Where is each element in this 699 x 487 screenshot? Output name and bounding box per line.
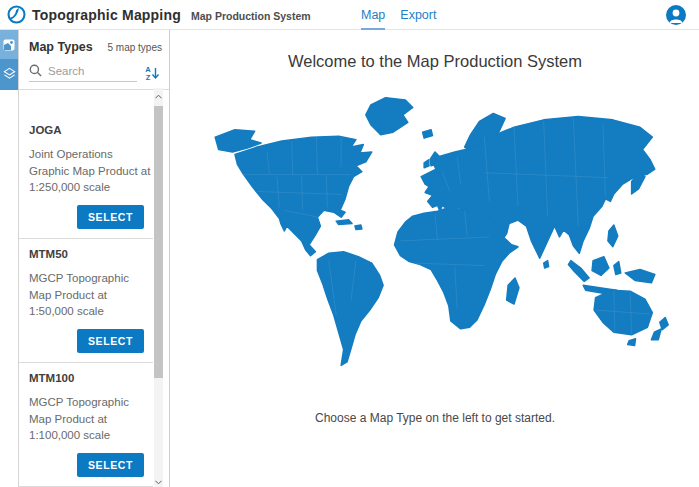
map-type-name: MTM50 (29, 248, 149, 260)
sort-az-icon[interactable]: A Z (145, 65, 161, 81)
panel-divider (19, 89, 169, 90)
list-item-joga: JOGA Joint Operations Graphic Map Produc… (19, 115, 153, 239)
map-type-description: MGCP Topographic Map Product at 1:100,00… (29, 394, 151, 444)
select-button-mtm50[interactable]: SELECT (77, 329, 144, 353)
scroll-down-arrow-icon[interactable] (154, 476, 163, 487)
search-icon (29, 64, 42, 77)
globe-logo-icon (7, 5, 26, 24)
list-item-mtm50: MTM50 MGCP Topographic Map Product at 1:… (19, 239, 153, 363)
list-scrollbar[interactable] (154, 88, 163, 487)
svg-text:Z: Z (146, 73, 151, 81)
list-item-mtm100: MTM100 MGCP Topographic Map Product at 1… (19, 363, 153, 487)
map-type-list: JOGA Joint Operations Graphic Map Produc… (19, 115, 153, 487)
page-subtitle: Map Production System (191, 8, 311, 22)
panel-title: Map Types (29, 40, 93, 54)
page-title: Topographic Mapping (32, 7, 181, 23)
tab-map[interactable]: Map (361, 0, 385, 30)
helper-text: Choose a Map Type on the left to get sta… (171, 411, 699, 425)
welcome-title: Welcome to the Map Production System (171, 52, 699, 71)
search-input[interactable] (48, 65, 132, 77)
scroll-up-arrow-icon[interactable] (154, 90, 163, 102)
user-avatar-icon[interactable] (666, 5, 686, 25)
select-button-mtm100[interactable]: SELECT (77, 453, 144, 477)
map-types-panel: Map Types 5 map types A Z JOGA Joint Ope… (19, 30, 170, 487)
map-type-description: Joint Operations Graphic Map Product at … (29, 146, 151, 196)
map-action-icon[interactable] (0, 30, 18, 59)
layers-icon[interactable] (0, 59, 18, 88)
world-map (188, 77, 682, 385)
search-box (29, 64, 137, 82)
action-bar (0, 30, 19, 487)
map-type-description: MGCP Topographic Map Product at 1:50,000… (29, 270, 151, 320)
header-tabs: Map Export (361, 0, 436, 30)
scrollbar-thumb[interactable] (154, 106, 163, 378)
map-type-name: MTM100 (29, 372, 149, 384)
map-type-count: 5 map types (108, 42, 162, 53)
select-button-joga[interactable]: SELECT (77, 205, 144, 229)
app-header: Topographic Mapping Map Production Syste… (0, 0, 699, 30)
action-bar-group (0, 30, 18, 90)
map-type-name: JOGA (29, 124, 149, 136)
main-content: Welcome to the Map Production System (171, 30, 699, 487)
tab-export[interactable]: Export (400, 0, 436, 30)
